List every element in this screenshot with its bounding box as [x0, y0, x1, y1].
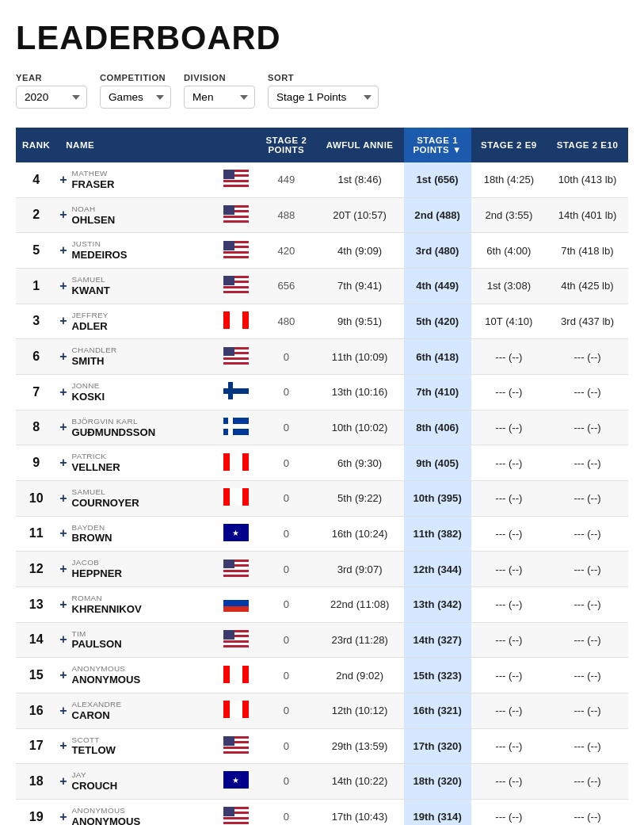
cell-stage2pts: 420	[257, 233, 316, 269]
stage1-rank: 19th	[413, 811, 435, 823]
cell-flag	[215, 552, 257, 587]
col-awful-annie: AWFUL ANNIE	[316, 128, 404, 162]
athlete-last: FRASER	[72, 178, 115, 191]
expand-icon[interactable]: +	[59, 774, 67, 789]
cell-s2e9: --- (--)	[471, 764, 547, 800]
cell-name: + ANONYMOUS ANONYMOUS	[56, 658, 215, 693]
cell-awful-annie: 29th (13:59)	[316, 728, 404, 764]
stage1-rank: 5th	[416, 315, 432, 327]
expand-icon[interactable]: +	[59, 668, 67, 682]
cell-s2e10: --- (--)	[547, 374, 628, 410]
cell-name: + TIM PAULSON	[56, 622, 215, 658]
athlete-first: JEFFREY	[72, 311, 109, 320]
stage1-rank: 14th	[413, 634, 435, 646]
table-row: 11 + BAYDEN BROWN 016th (10:24)11th (382…	[16, 516, 628, 552]
flag-usa	[223, 560, 249, 577]
athlete-last: PAULSON	[72, 638, 122, 651]
cell-s2e10: --- (--)	[547, 480, 628, 516]
expand-icon[interactable]: +	[59, 810, 67, 824]
expand-icon[interactable]: +	[59, 704, 67, 718]
cell-awful-annie: 13th (10:16)	[316, 374, 404, 410]
leaderboard-table: RANK NAME STAGE 2POINTS AWFUL ANNIE STAG…	[16, 128, 628, 825]
cell-s2e9: --- (--)	[471, 622, 547, 658]
expand-icon[interactable]: +	[59, 420, 67, 434]
division-label: DIVISION	[184, 73, 255, 82]
athlete-last: KWANT	[72, 285, 110, 297]
stage1-rank: 9th	[416, 457, 432, 469]
cell-awful-annie: 23rd (11:28)	[316, 622, 404, 658]
cell-stage1pts: 4th (449)	[404, 268, 471, 304]
expand-icon[interactable]: +	[59, 491, 67, 506]
cell-flag	[215, 410, 257, 445]
cell-stage2pts: 656	[257, 268, 316, 304]
cell-stage1pts: 10th (395)	[404, 480, 471, 516]
cell-stage1pts: 18th (320)	[404, 764, 471, 800]
year-filter: YEAR 2020 2019 2021	[16, 73, 87, 109]
cell-rank: 7	[16, 374, 56, 410]
flag-usa	[223, 807, 249, 824]
cell-stage1pts: 14th (327)	[404, 622, 471, 658]
cell-flag	[215, 197, 257, 233]
cell-rank: 14	[16, 622, 56, 658]
flag-rus	[223, 594, 249, 612]
expand-icon[interactable]: +	[59, 739, 67, 753]
stage1-value: (342)	[437, 598, 462, 610]
table-row: 3 + JEFFREY ADLER 4809th (9:51)5th (420)…	[16, 304, 628, 339]
competition-select[interactable]: Games Open	[100, 86, 171, 109]
athlete-last: KHRENNIKOV	[72, 603, 142, 616]
cell-stage2pts: 0	[257, 552, 316, 587]
stage1-rank: 10th	[413, 492, 435, 504]
table-row: 16 + ALEXANDRE CARON 012th (10:12)16th (…	[16, 693, 628, 728]
cell-name: + BJÖRGVIN KARL GUÐMUNDSSON	[56, 410, 215, 445]
competition-label: COMPETITION	[100, 73, 171, 82]
table-row: 7 + JONNE KOSKI 013th (10:16)7th (410)--…	[16, 374, 628, 410]
cell-flag	[215, 586, 257, 622]
cell-rank: 15	[16, 658, 56, 693]
expand-icon[interactable]: +	[59, 314, 67, 328]
expand-icon[interactable]: +	[59, 279, 67, 293]
cell-stage2pts: 0	[257, 728, 316, 764]
cell-flag	[215, 799, 257, 825]
cell-s2e10: --- (--)	[547, 693, 628, 728]
cell-awful-annie: 5th (9:22)	[316, 480, 404, 516]
expand-icon[interactable]: +	[59, 385, 67, 399]
cell-stage1pts: 19th (314)	[404, 799, 471, 825]
expand-icon[interactable]: +	[59, 598, 67, 612]
cell-s2e10: --- (--)	[547, 622, 628, 658]
expand-icon[interactable]: +	[59, 562, 67, 576]
expand-icon[interactable]: +	[59, 349, 67, 364]
cell-s2e10: --- (--)	[547, 764, 628, 800]
table-row: 6 + CHANDLER SMITH 011th (10:09)6th (418…	[16, 339, 628, 375]
expand-icon[interactable]: +	[59, 173, 67, 187]
cell-awful-annie: 12th (10:12)	[316, 693, 404, 728]
expand-icon[interactable]: +	[59, 526, 67, 540]
cell-rank: 13	[16, 586, 56, 622]
cell-awful-annie: 7th (9:41)	[316, 268, 404, 304]
table-row: 17 + SCOTT TETLOW 029th (13:59)17th (320…	[16, 728, 628, 764]
stage1-rank: 8th	[416, 422, 432, 434]
stage1-value: (406)	[434, 422, 459, 434]
cell-rank: 4	[16, 162, 56, 197]
expand-icon[interactable]: +	[59, 243, 67, 258]
cell-awful-annie: 6th (9:30)	[316, 445, 404, 481]
division-select[interactable]: Men Women Teams	[184, 86, 255, 109]
expand-icon[interactable]: +	[59, 456, 67, 470]
stage1-rank: 7th	[416, 386, 432, 398]
sort-select[interactable]: Stage 1 Points Stage 2 Points Awful Anni…	[268, 86, 379, 109]
stage1-value: (420)	[434, 315, 459, 327]
stage1-value: (344)	[437, 563, 462, 575]
col-stage2pts: STAGE 2POINTS	[257, 128, 316, 162]
table-row: 12 + JACOB HEPPNER 03rd (9:07)12th (344)…	[16, 552, 628, 587]
cell-name: + MATHEW FRASER	[56, 162, 215, 197]
flag-can	[223, 453, 249, 471]
expand-icon[interactable]: +	[59, 208, 67, 222]
year-select[interactable]: 2020 2019 2021	[16, 86, 87, 109]
cell-awful-annie: 22nd (11:08)	[316, 586, 404, 622]
stage1-value: (405)	[434, 457, 459, 469]
col-s2e10: STAGE 2 E10	[547, 128, 628, 162]
cell-s2e9: --- (--)	[471, 374, 547, 410]
expand-icon[interactable]: +	[59, 632, 67, 647]
flag-can	[223, 666, 249, 683]
cell-s2e9: --- (--)	[471, 552, 547, 587]
cell-rank: 8	[16, 410, 56, 445]
